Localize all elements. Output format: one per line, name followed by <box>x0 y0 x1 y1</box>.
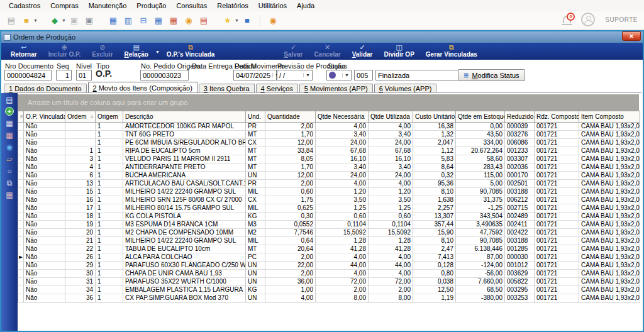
cell[interactable]: 006086 <box>505 139 535 147</box>
status-code-field[interactable] <box>354 70 373 80</box>
row-indicator-cell[interactable] <box>18 131 24 139</box>
cell[interactable]: MILHEIRO 14/22 22240 GRAMPO SUL <box>123 188 246 196</box>
table-row[interactable]: Não1AMORTECEDOR 100KG PAR MAPOLPR2,004,0… <box>18 123 640 131</box>
cell[interactable]: 001721 <box>535 213 579 221</box>
cell[interactable]: 1 <box>96 245 123 253</box>
op-button-gerar-vinculadas[interactable]: ⧉Gerar Vinculadas <box>420 43 483 60</box>
menu-item-utilit-rios[interactable]: Utilitários <box>253 1 292 11</box>
print-preview-icon[interactable]: ▣ <box>68 14 80 27</box>
cell[interactable]: UN <box>246 278 265 286</box>
cell[interactable]: 21 <box>65 237 96 245</box>
table-warning-icon[interactable]: ▦ <box>4 130 14 140</box>
package-icon[interactable]: ■ <box>20 14 33 27</box>
cell[interactable]: 001721 <box>535 286 579 294</box>
cell[interactable]: -56,00 <box>456 270 505 278</box>
cell[interactable]: 001012 <box>505 262 535 270</box>
cell[interactable]: 001721 <box>535 278 579 286</box>
cell[interactable]: 7.660,00 <box>456 278 505 286</box>
cell[interactable]: Não <box>24 294 65 302</box>
column-header-qtde-em-estoque[interactable]: Qtde em Estoque <box>456 111 505 123</box>
clock-lock-icon[interactable]: ◉ <box>182 14 195 27</box>
status-color-combo[interactable]: ▼ <box>326 70 352 80</box>
cell[interactable]: 283,43 <box>456 163 505 172</box>
cell[interactable]: 4,00 <box>369 180 413 188</box>
cell[interactable]: CAMA BAU 1,93x2,03 - MARI <box>579 123 640 131</box>
cell[interactable]: 4,00 <box>316 253 369 262</box>
cell[interactable]: 001721 <box>535 294 579 302</box>
tab-2-movto-dos-itens-composi-o[interactable]: 2Movto dos Itens (Composição) <box>88 82 197 92</box>
table-row[interactable]: Não11RIPA DE EUCALIPTO 5cmMT33,8467,6867… <box>18 147 640 155</box>
seq-field[interactable] <box>56 70 72 80</box>
column-header-o-p-vinculada[interactable]: O.P. Vinculada <box>24 111 65 123</box>
row-indicator-cell[interactable] <box>18 163 24 172</box>
cell[interactable]: 2,00 <box>316 286 369 294</box>
cell[interactable]: 001721 <box>535 172 579 180</box>
cell[interactable]: 2,00 <box>369 286 413 294</box>
cell[interactable]: 1 <box>96 139 123 147</box>
cell[interactable]: 1 <box>96 221 123 229</box>
cell[interactable]: CAMA BAU 1,93x2,03 - MARI <box>579 245 640 253</box>
cell[interactable]: CAMA BAU 1,93x2,03 - MARI <box>579 163 640 172</box>
folder-icon[interactable]: ▱ <box>4 154 14 163</box>
table-row[interactable]: Não361CX PAP.SIMP.GUARA BOX Mod 370UN4,0… <box>18 294 640 302</box>
table-row[interactable]: Não171MILHEIRO 80/14 15.75 GRAMPO SULMIL… <box>18 204 640 213</box>
cell[interactable]: CAMA BAU 1,93x2,03 - MARI <box>579 131 640 139</box>
cell[interactable]: 12,00 <box>265 172 316 180</box>
cell[interactable]: 36 <box>65 294 96 302</box>
cell[interactable]: 001721 <box>535 188 579 196</box>
cell[interactable]: 15,5092 <box>316 229 369 237</box>
cell[interactable]: 13,307 <box>413 213 456 221</box>
cell[interactable]: 0,00 <box>456 123 505 131</box>
op-button-validar[interactable]: ✓Validar <box>347 43 379 60</box>
cell[interactable]: UN <box>246 172 265 180</box>
table-row[interactable]: Não221TABUA DE EUCALIPTO 10cmMT20,6441,2… <box>18 245 640 253</box>
cell[interactable]: 67,68 <box>316 147 369 155</box>
cell[interactable]: 1,28 <box>316 237 369 245</box>
cell[interactable]: 67,68 <box>369 147 413 155</box>
cell[interactable]: 003276 <box>505 131 535 139</box>
cell[interactable]: ALCA PARA COLCHAO <box>123 253 246 262</box>
cell[interactable]: 003253 <box>505 294 535 302</box>
cell[interactable]: CAMA BAU 1,93x2,03 - MARI <box>579 204 640 213</box>
table-row[interactable]: Não161MILHEIRO SRN 125F 80/08 CX C/ 2700… <box>18 196 640 204</box>
user-avatar-icon[interactable] <box>581 13 595 26</box>
info-circle-icon[interactable]: ◉ <box>4 142 14 152</box>
cell[interactable]: 334,00 <box>456 139 505 147</box>
cell[interactable]: 4,00 <box>265 294 316 302</box>
chevron-down-icon[interactable]: ▼ <box>155 50 160 54</box>
cell[interactable]: MT <box>246 155 265 163</box>
table-row[interactable]: Não31VELUDO PARIS 11 MARROM II 2911MT8,0… <box>18 155 640 163</box>
cell[interactable]: MILHEIRO 80/14 15.75 GRAMPO SUL <box>123 204 246 213</box>
cell[interactable]: 16 <box>65 196 96 204</box>
cell[interactable]: 30 <box>65 270 96 278</box>
cell[interactable]: CAMA BAU 1,93x2,03 - MARI <box>579 262 640 270</box>
cell[interactable]: 1 <box>96 286 123 294</box>
cell[interactable]: 1 <box>96 163 123 172</box>
pedido-origem-field[interactable] <box>140 70 189 80</box>
cell[interactable]: 001721 <box>535 180 579 188</box>
table-row[interactable]: Não181KG COLA PISTOLAKG0,300,600,6013,30… <box>18 213 640 221</box>
row-indicator-cell[interactable] <box>18 245 24 253</box>
op-button-retornar[interactable]: ↩Retornar <box>5 43 43 60</box>
cell[interactable] <box>65 131 96 139</box>
cell[interactable]: 87,00 <box>456 253 505 262</box>
cell[interactable]: PR <box>246 123 265 131</box>
cell[interactable]: 20.672,264 <box>456 147 505 155</box>
cell[interactable]: 002411 <box>505 221 535 229</box>
table-row[interactable]: Não61BUCHA AMERICANAUN12,0024,0024,000,3… <box>18 172 640 180</box>
cell[interactable]: 18 <box>65 213 96 221</box>
cell[interactable]: 3,50 <box>369 196 413 204</box>
group-by-bar[interactable]: Arraste um título de coluna aqui para cr… <box>18 94 639 111</box>
column-header-reduzido[interactable]: Reduzido <box>505 111 535 123</box>
cell[interactable]: 8,00 <box>316 294 369 302</box>
cell[interactable]: 1 <box>96 155 123 163</box>
cell[interactable]: 44,00 <box>369 262 413 270</box>
cell[interactable]: 003307 <box>505 155 535 163</box>
cell[interactable]: 2,00 <box>265 270 316 278</box>
cell[interactable]: AMORTECEDOR 100KG PAR MAPOL <box>123 123 246 131</box>
column-header-und[interactable]: Und. <box>246 111 265 123</box>
cell[interactable]: 2,00 <box>265 123 316 131</box>
cell[interactable]: CAMA BAU 1,93x2,03 - MARI <box>579 139 640 147</box>
cell[interactable]: -380,00 <box>456 294 505 302</box>
cell[interactable]: 001721 <box>535 229 579 237</box>
